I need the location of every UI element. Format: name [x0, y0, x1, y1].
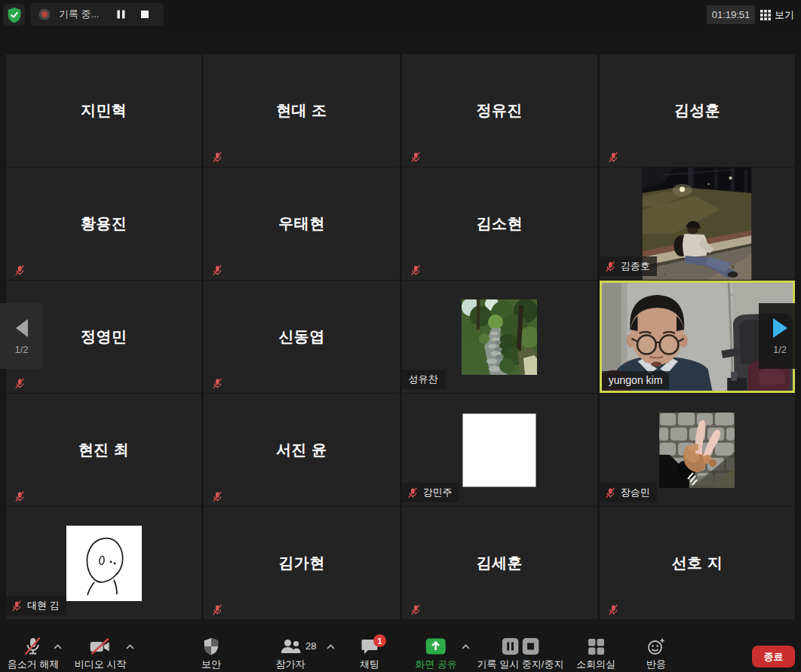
reactions-smiley-icon [647, 638, 665, 655]
mic-muted-icon [605, 487, 616, 499]
participant-tile[interactable]: 김세훈 [402, 507, 597, 619]
mic-muted-icon [23, 637, 43, 656]
participant-tile[interactable]: 성유찬 [402, 281, 597, 393]
mic-muted-icon [212, 491, 223, 502]
mic-muted-icon [11, 600, 23, 612]
shield-check-icon [7, 7, 22, 23]
participant-avatar [659, 413, 735, 488]
participant-name: 현진 최 [6, 394, 201, 506]
pause-recording-button[interactable] [112, 6, 129, 23]
top-bar: 기록 중... 01:19:51 보기 [0, 0, 801, 30]
security-shield-button[interactable] [3, 4, 25, 26]
previous-page-button[interactable]: 1/2 [0, 303, 43, 369]
participant-tile[interactable]: 지민혁 [6, 54, 201, 167]
participant-name: 정유진 [402, 54, 597, 167]
mic-muted-icon [14, 378, 26, 389]
participant-name-label: 대현 김 [6, 596, 66, 615]
mic-muted-icon [410, 265, 422, 276]
next-page-button[interactable]: 1/2 [759, 303, 801, 369]
start-video-button[interactable]: 비디오 시작 [75, 637, 127, 671]
grid-view-icon [760, 10, 771, 20]
security-shield-icon [203, 637, 219, 655]
arrow-left-icon [14, 318, 29, 339]
share-screen-icon [426, 638, 447, 655]
camera-muted-icon [90, 637, 111, 655]
participant-tile[interactable]: 우태현 [204, 167, 399, 280]
mic-muted-icon [212, 604, 223, 615]
view-label: 보기 [775, 8, 794, 22]
unmute-button[interactable]: 음소거 해제 [8, 637, 60, 671]
chevron-up-icon[interactable] [461, 643, 471, 650]
mic-muted-icon [14, 265, 26, 276]
participant-tile[interactable]: 황용진 [6, 167, 201, 280]
participant-tile[interactable]: 장승민 [600, 394, 795, 506]
arrow-right-icon [771, 317, 789, 339]
participant-video [643, 167, 752, 280]
pause-recording-icon[interactable] [502, 638, 519, 655]
participant-name: 우태현 [204, 167, 399, 280]
mic-muted-icon [410, 604, 422, 615]
chevron-up-icon[interactable] [125, 643, 135, 650]
view-button[interactable]: 보기 [760, 6, 794, 24]
participant-tile[interactable]: 서진 윤 [204, 394, 399, 506]
stop-recording-button[interactable] [137, 6, 153, 23]
chat-notification-badge: 1 [373, 634, 386, 647]
stop-recording-icon[interactable] [523, 638, 539, 655]
participant-tile[interactable]: 김성훈 [600, 54, 795, 167]
participant-name-label: yungon kim [602, 371, 670, 389]
record-pause-stop-button[interactable]: 기록 일시 중지/중지 [477, 637, 564, 671]
participant-tile[interactable]: 강민주 [402, 394, 597, 506]
participant-tile[interactable]: 선호 지 [600, 507, 795, 619]
participant-avatar [463, 413, 536, 486]
bottom-toolbar: 음소거 해제 비디오 시작 보안 [0, 634, 801, 672]
reactions-button[interactable]: 반응 [646, 637, 666, 671]
participants-button[interactable]: 참가자 [276, 637, 305, 671]
chevron-up-icon[interactable] [326, 643, 336, 650]
chevron-up-icon[interactable] [53, 643, 63, 650]
participant-tile[interactable]: 신동엽 [204, 281, 399, 393]
participant-name-label: 강민주 [402, 483, 459, 502]
participant-tile[interactable]: 정유진 [402, 54, 597, 167]
mic-muted-icon [608, 604, 619, 615]
mic-muted-icon [212, 265, 223, 276]
participant-tile[interactable]: 김종호 [600, 167, 795, 280]
recording-pill: 기록 중... [30, 3, 164, 26]
participant-avatar [66, 526, 142, 601]
security-button[interactable]: 보안 [201, 637, 221, 671]
participant-name-label: 성유찬 [402, 370, 445, 389]
participant-name: 지민혁 [6, 54, 201, 167]
mic-muted-icon [407, 487, 419, 499]
mic-muted-icon [14, 491, 26, 502]
participant-name: 김가현 [204, 507, 399, 619]
participants-icon [279, 637, 302, 655]
participant-name-label: 김종호 [600, 256, 657, 276]
participant-name: 황용진 [6, 167, 201, 280]
participant-name: 김소현 [402, 167, 597, 280]
participants-count: 28 [305, 640, 316, 652]
page-indicator: 1/2 [14, 344, 28, 355]
mic-muted-icon [212, 378, 223, 389]
participant-tile[interactable]: 김가현 [204, 507, 399, 619]
video-grid: 지민혁 현대 조 정유진 김성훈 황용진 우태현 김소현 [6, 54, 795, 619]
breakout-rooms-icon [588, 639, 604, 655]
end-meeting-button[interactable]: 종료 [752, 646, 795, 667]
participant-tile[interactable]: 김소현 [402, 167, 597, 280]
participant-tile[interactable]: 대현 김 [6, 507, 201, 619]
recording-label: 기록 중... [59, 8, 99, 21]
mic-muted-icon [605, 261, 616, 272]
participant-name-label: 장승민 [600, 483, 657, 502]
participant-tile[interactable]: 현대 조 [204, 54, 399, 167]
meeting-timer: 01:19:51 [707, 5, 755, 24]
share-screen-button[interactable]: 화면 공유 [415, 637, 457, 671]
participant-name: 김성훈 [600, 54, 795, 167]
participant-name: 김세훈 [402, 507, 597, 619]
participant-avatar [462, 299, 537, 375]
mic-muted-icon [212, 152, 223, 163]
mic-muted-icon [608, 152, 619, 163]
participant-name: 서진 윤 [204, 394, 399, 506]
participant-tile[interactable]: 현진 최 [6, 394, 201, 506]
participant-name: 선호 지 [600, 507, 795, 619]
participant-name: 현대 조 [204, 54, 399, 167]
breakout-rooms-button[interactable]: 소회의실 [576, 637, 615, 671]
mic-muted-icon [410, 152, 422, 163]
